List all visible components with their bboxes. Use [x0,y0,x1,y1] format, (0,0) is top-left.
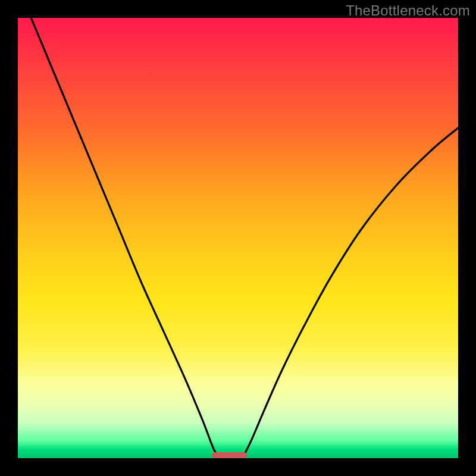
watermark-text: TheBottleneck.com [346,2,470,19]
chart-frame: TheBottleneck.com [0,0,476,476]
plot-area [18,18,458,458]
minimum-marker [212,452,247,458]
left-curve [31,18,220,458]
curve-layer [18,18,458,458]
right-curve [242,128,458,458]
